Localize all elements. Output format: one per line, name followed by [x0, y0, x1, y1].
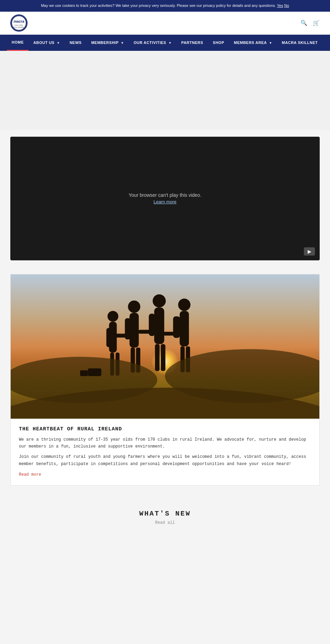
nav-item-shop[interactable]: SHOP [208, 35, 229, 50]
nav-link-shop[interactable]: SHOP [208, 35, 229, 50]
svg-text:your people.: your people. [13, 26, 24, 28]
svg-text:your club.: your club. [15, 24, 23, 26]
chevron-down-icon: ▼ [57, 41, 60, 45]
nav-link-partners[interactable]: PARTNERS [176, 35, 208, 50]
svg-rect-18 [155, 344, 160, 371]
main-navigation: HOME ABOUT US ▼ NEWS MEMBERSHIP ▼ OUR AC… [0, 35, 330, 51]
read-more-link[interactable]: Read more [19, 472, 41, 477]
nav-item-skillnet[interactable]: MACRA SKILLNET [277, 35, 322, 50]
cookie-message: May we use cookies to track your activit… [41, 3, 276, 8]
video-section: Your browser can't play this video. Lear… [10, 137, 320, 260]
svg-rect-21 [180, 311, 189, 346]
svg-rect-25 [115, 334, 136, 338]
nav-item-news[interactable]: NEWS [65, 35, 86, 50]
cookie-yes-button[interactable]: Yes [277, 3, 283, 8]
nav-link-skillnet[interactable]: MACRA SKILLNET [277, 35, 322, 50]
about-section: THE HEARTBEAT OF RURAL IRELAND We are a … [10, 274, 320, 486]
cookie-no-button[interactable]: No [284, 3, 289, 8]
chevron-down-icon: ▼ [121, 41, 124, 45]
svg-text:macra: macra [14, 19, 24, 23]
nav-item-partners[interactable]: PARTNERS [176, 35, 208, 50]
cookie-banner: May we use cookies to track your activit… [0, 0, 330, 12]
svg-rect-31 [80, 370, 88, 376]
nav-link-news[interactable]: NEWS [65, 35, 86, 50]
about-desc-1: We are a thriving community of 17-35 yea… [19, 436, 311, 450]
nav-link-home[interactable]: HOME [7, 35, 29, 51]
svg-point-15 [153, 294, 166, 307]
svg-point-10 [128, 301, 140, 313]
nav-link-activities[interactable]: OUR ACTIVITIES ▼ [129, 35, 177, 50]
nav-link-membership[interactable]: MEMBERSHIP ▼ [86, 35, 129, 50]
nav-item-activities[interactable]: OUR ACTIVITIES ▼ [129, 35, 177, 50]
about-image [11, 274, 319, 419]
read-all-link[interactable]: Read all [155, 520, 175, 525]
nav-item-home[interactable]: HOME [7, 35, 29, 51]
chevron-down-icon: ▼ [269, 41, 272, 45]
svg-rect-7 [106, 328, 112, 347]
svg-rect-26 [138, 330, 159, 334]
logo[interactable]: macra your club. your people. [10, 14, 29, 32]
logo-circle: macra your club. your people. [10, 14, 28, 32]
svg-point-20 [178, 299, 190, 311]
svg-rect-16 [154, 307, 164, 344]
about-desc-2: Join our community of rural youth and yo… [19, 453, 311, 467]
svg-point-5 [108, 311, 118, 321]
nav-link-members[interactable]: MEMBERS AREA ▼ [229, 35, 277, 50]
hero-area [0, 51, 330, 130]
main-content: Your browser can't play this video. Lear… [0, 130, 330, 543]
nav-item-members[interactable]: MEMBERS AREA ▼ [229, 35, 277, 50]
whats-new-title: WHAT'S NEW [10, 510, 320, 518]
video-learn-more-link[interactable]: Learn more [154, 199, 176, 204]
svg-rect-30 [88, 369, 101, 376]
cart-icon[interactable]: 🛒 [313, 20, 320, 26]
nav-item-about[interactable]: ABOUT US ▼ [29, 35, 65, 50]
svg-rect-19 [161, 344, 165, 371]
video-message: Your browser can't play this video. [129, 192, 201, 198]
svg-rect-27 [163, 332, 184, 336]
site-header: macra your club. your people. 🔍 🛒 [0, 12, 330, 35]
whats-new-section: WHAT'S NEW Read all [10, 499, 320, 535]
silhouette-svg [11, 274, 319, 419]
youtube-icon: ▶ [304, 247, 315, 256]
logo-svg: macra your club. your people. [11, 15, 27, 31]
about-text: THE HEARTBEAT OF RURAL IRELAND We are a … [11, 419, 319, 486]
svg-rect-11 [130, 313, 139, 348]
search-icon[interactable]: 🔍 [300, 20, 307, 26]
about-title: THE HEARTBEAT OF RURAL IRELAND [19, 426, 311, 432]
nav-item-membership[interactable]: MEMBERSHIP ▼ [86, 35, 129, 50]
chevron-down-icon: ▼ [168, 41, 172, 45]
nav-list: HOME ABOUT US ▼ NEWS MEMBERSHIP ▼ OUR AC… [7, 35, 323, 51]
nav-link-about[interactable]: ABOUT US ▼ [29, 35, 65, 50]
header-icons: 🔍 🛒 [300, 20, 320, 26]
